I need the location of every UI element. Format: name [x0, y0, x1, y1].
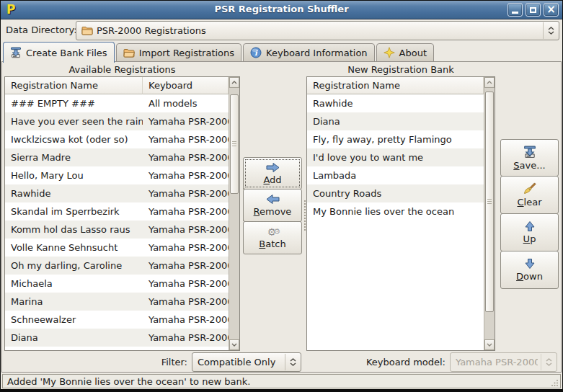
scroll-down-arrow-icon[interactable] [484, 339, 495, 350]
table-row[interactable]: Komm hol das Lasso rausYamaha PSR-2000 [5, 220, 229, 239]
table-row[interactable]: My Bonnie lies over the ocean [307, 202, 484, 220]
registration-name-cell: Diana [307, 116, 484, 127]
data-directory-value: PSR-2000 Registrations [97, 25, 206, 36]
table-row[interactable]: MarinaYamaha PSR-2000 [5, 293, 229, 311]
resize-grip[interactable] [551, 379, 559, 386]
table-row[interactable]: Lambada [307, 166, 484, 184]
batch-button-label: Batch [259, 239, 285, 249]
tab-keyboard-information[interactable]: i Keyboard Information [243, 43, 375, 62]
registration-name-cell: ### EMPTY ### [5, 98, 143, 109]
tab-label: Import Registrations [139, 48, 234, 58]
table-row[interactable]: Hello, Mary LouYamaha PSR-2000 [5, 166, 229, 184]
table-row[interactable]: Sierra MadreYamaha PSR-2000 [5, 148, 229, 166]
filter-select[interactable]: Compatible Only [192, 352, 301, 372]
scrollbar-thumb[interactable] [230, 94, 239, 194]
column-header-registration-name[interactable]: Registration Name [5, 77, 143, 94]
remove-button[interactable]: Remove [243, 189, 302, 222]
filter-label: Filter: [123, 357, 187, 368]
tab-import-registrations[interactable]: Import Registrations [116, 43, 241, 62]
bank-table-body: RawhideDianaFly, fly away, pretty Flamin… [307, 94, 484, 350]
tab-label: About [399, 48, 427, 58]
minimize-icon [512, 12, 518, 14]
save-button[interactable]: Save... [500, 139, 559, 177]
minimize-button[interactable] [507, 3, 523, 17]
new-registration-bank-title: New Registration Bank [306, 64, 495, 76]
close-button[interactable]: × [544, 3, 559, 17]
add-button[interactable]: Add [243, 157, 302, 190]
clear-button-label: Clear [518, 197, 542, 208]
up-button-label: Up [523, 233, 536, 244]
data-directory-select[interactable]: PSR-2000 Registrations [76, 21, 559, 40]
keyboard-cell: Yamaha PSR-2000 [143, 170, 229, 181]
table-row[interactable]: MichaelaYamaha PSR-2000 [5, 275, 229, 293]
table-row[interactable]: Diana [307, 112, 484, 130]
registration-name-cell: Komm hol das Lasso raus [5, 224, 143, 235]
arrow-right-icon [265, 162, 280, 173]
registration-name-cell: My Bonnie lies over the ocean [307, 206, 484, 217]
arrow-up-icon [524, 220, 536, 232]
table-row[interactable]: Rawhide [307, 94, 484, 112]
remove-button-label: Remove [254, 206, 292, 217]
tab-about[interactable]: About [376, 43, 434, 62]
down-button[interactable]: Down [500, 251, 559, 289]
keyboard-model-value: Yamaha PSR-2000 [456, 357, 538, 368]
registration-name-cell: Rawhide [5, 188, 143, 199]
available-table-header: Registration Name Keyboard [5, 77, 229, 94]
registration-name-cell: Marina [5, 296, 143, 307]
registration-name-cell: Iwcklzicswa kot (oder so) [5, 134, 143, 145]
maximize-button[interactable] [526, 3, 541, 17]
down-button-label: Down [516, 271, 543, 282]
folder-icon [81, 26, 93, 35]
titlebar[interactable]: P PSR Registration Shuffler × [1, 1, 562, 19]
scroll-down-arrow-icon[interactable] [229, 339, 239, 350]
up-button[interactable]: Up [500, 213, 559, 251]
bank-table-header: Registration Name [307, 77, 484, 94]
table-row[interactable]: Skandal im SperrbezirkYamaha PSR-2000 [5, 202, 229, 220]
batch-button[interactable]: ⚙⚙ Batch [243, 221, 302, 254]
status-bar: Added 'My Bonnie lies over the ocean' to… [2, 374, 561, 388]
add-button-label: Add [263, 174, 281, 185]
table-row[interactable]: Country Roads [307, 184, 484, 202]
column-header-keyboard[interactable]: Keyboard [143, 77, 229, 94]
keyboard-cell: Yamaha PSR-2000 [143, 260, 229, 271]
save-icon [523, 146, 536, 159]
keyboard-cell: Yamaha PSR-2000 [143, 206, 229, 217]
tab-bar: Create Bank Files Import Registrations i… [3, 42, 434, 62]
registration-name-cell: Country Roads [307, 188, 484, 199]
table-row[interactable]: Iwcklzicswa kot (oder so)Yamaha PSR-2000 [5, 130, 229, 148]
table-row[interactable]: Volle Kanne SehnsuchtYamaha PSR-2000 [5, 239, 229, 257]
table-row[interactable]: I'd love you to want me [307, 148, 484, 166]
clear-button[interactable]: Clear [500, 176, 559, 214]
data-directory-label: Data Directory: [6, 24, 77, 36]
table-row[interactable]: DianaYamaha PSR-2000 [5, 329, 229, 347]
status-message: Added 'My Bonnie lies over the ocean' to… [7, 376, 250, 387]
keyboard-cell: Yamaha PSR-2000 [143, 224, 229, 235]
column-header-registration-name[interactable]: Registration Name [307, 77, 484, 94]
scroll-up-arrow-icon[interactable] [484, 77, 495, 88]
registration-name-cell: Skandal im Sperrbezirk [5, 206, 143, 217]
app-window: P PSR Registration Shuffler × Data Direc… [0, 0, 563, 392]
keyboard-cell: All models [143, 98, 229, 109]
tab-label: Create Bank Files [26, 48, 107, 58]
scrollbar-thumb[interactable] [485, 92, 494, 312]
keyboard-cell: Yamaha PSR-2000 [143, 152, 229, 163]
available-list-scrollbar[interactable] [229, 77, 239, 350]
table-row[interactable]: Oh my darling, CarolineYamaha PSR-2000 [5, 257, 229, 275]
registration-name-cell: Diana [5, 332, 143, 343]
gears-icon: ⚙⚙ [267, 227, 278, 237]
arrow-left-icon [265, 194, 280, 205]
new-registration-bank-list: Registration Name RawhideDianaFly, fly a… [306, 76, 495, 351]
tab-create-bank-files[interactable]: Create Bank Files [3, 42, 115, 63]
registration-name-cell: Lambada [307, 170, 484, 181]
table-row[interactable]: ### EMPTY ###All models [5, 94, 229, 112]
spinner-icon [541, 354, 557, 370]
info-icon: i [250, 47, 262, 58]
table-row[interactable]: Have you ever seen the rainYamaha PSR-20… [5, 112, 229, 130]
keyboard-cell: Yamaha PSR-2000 [143, 332, 229, 343]
scroll-up-arrow-icon[interactable] [229, 77, 239, 88]
table-row[interactable]: Fly, fly away, pretty Flamingo [307, 130, 484, 148]
table-row[interactable]: SchneewalzerYamaha PSR-2000 [5, 311, 229, 329]
available-registrations-list: Registration Name Keyboard ### EMPTY ###… [4, 76, 240, 351]
table-row[interactable]: RawhideYamaha PSR-2000 [5, 184, 229, 202]
bank-list-scrollbar[interactable] [484, 77, 495, 350]
